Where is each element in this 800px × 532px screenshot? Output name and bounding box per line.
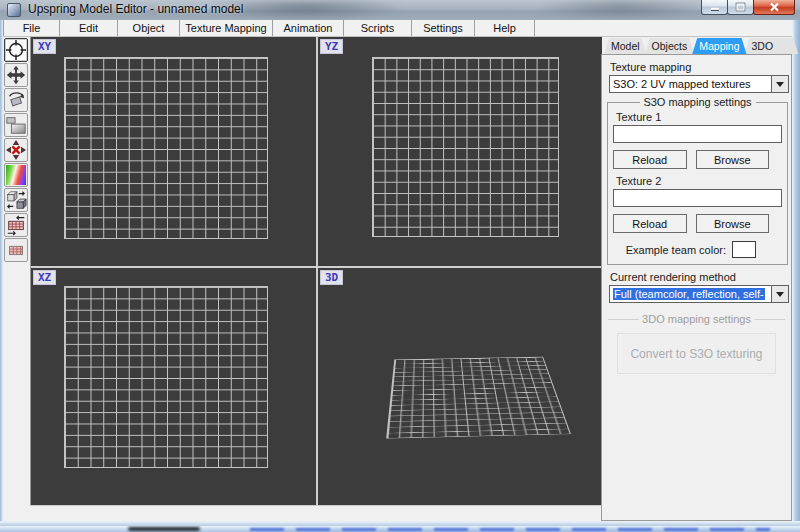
viewport-area: XY YZ XZ 3D xyxy=(30,37,601,505)
swap-texture-icon xyxy=(5,214,27,236)
rgb-gradient-icon xyxy=(6,165,26,185)
texture2-browse-button[interactable]: Browse xyxy=(696,214,770,233)
panel-tabs: Model Objects Mapping 3DO Textures xyxy=(601,37,792,54)
menu-animation[interactable]: Animation xyxy=(273,20,344,36)
status-strip xyxy=(30,505,601,521)
rendering-method-value: Full (teamcolor, reflection, self- xyxy=(610,286,771,302)
maximize-button[interactable] xyxy=(727,0,754,15)
threedo-settings-group: 3DO mapping settings Convert to S3O text… xyxy=(608,319,785,374)
tab-mapping[interactable]: Mapping xyxy=(692,38,746,54)
viewport-yz[interactable]: YZ xyxy=(318,37,602,266)
client-area: File Edit Object Texture Mapping Animati… xyxy=(3,20,792,521)
menu-help[interactable]: Help xyxy=(475,20,535,36)
menu-texture-mapping[interactable]: Texture Mapping xyxy=(180,20,273,36)
glass-smudge xyxy=(540,0,700,20)
viewport-xz[interactable]: XZ xyxy=(31,268,316,505)
tab-objects[interactable]: Objects xyxy=(645,38,695,54)
pink-texture-icon xyxy=(5,239,27,261)
app-icon xyxy=(7,3,21,17)
threedo-group-title: 3DO mapping settings xyxy=(638,313,755,325)
select-tool-button[interactable] xyxy=(4,38,28,62)
viewport-label-yz: YZ xyxy=(320,39,343,54)
viewport-label-3d: 3D xyxy=(320,270,343,285)
app-window: Upspring Model Editor - unnamed model Fi… xyxy=(0,0,800,532)
team-color-swatch[interactable] xyxy=(732,241,756,258)
tab-model[interactable]: Model xyxy=(604,38,647,54)
s3o-group-title: S3O mapping settings xyxy=(639,96,755,108)
texture-mapping-value: S3O: 2 UV mapped textures xyxy=(610,76,771,92)
texture2-input[interactable] xyxy=(613,189,782,207)
minimize-icon xyxy=(710,2,720,12)
viewport-label-xz: XZ xyxy=(33,270,56,285)
dropdown-arrow-icon[interactable] xyxy=(771,76,788,92)
maximize-icon xyxy=(735,2,746,12)
menu-file[interactable]: File xyxy=(3,20,60,36)
window-title: Upspring Model Editor - unnamed model xyxy=(28,2,243,16)
viewport-xy[interactable]: XY xyxy=(31,37,316,266)
texture-frames-icon xyxy=(5,114,27,136)
crosshair-scope-icon xyxy=(5,39,27,61)
swap-cubes-icon xyxy=(5,189,27,211)
texture1-reload-button[interactable]: Reload xyxy=(613,150,687,169)
swap-texture-tool-button[interactable] xyxy=(4,213,28,237)
s3o-settings-group: S3O mapping settings Texture 1 Reload Br… xyxy=(607,102,788,265)
taskbar-blur-content xyxy=(128,527,200,531)
move-arrows-icon xyxy=(5,64,27,86)
texture1-browse-button[interactable]: Browse xyxy=(696,150,770,169)
texture1-input[interactable] xyxy=(613,125,782,143)
move-arrows-x-icon xyxy=(5,139,27,161)
texture-view-tool-button[interactable] xyxy=(4,113,28,137)
texture2-label: Texture 2 xyxy=(616,175,780,187)
rendering-method-select[interactable]: Full (teamcolor, reflection, self- xyxy=(609,285,789,303)
tab-3do-textures[interactable]: 3DO Textures xyxy=(745,38,799,54)
window-border xyxy=(792,20,800,526)
texture-mapping-label: Texture mapping xyxy=(610,61,789,73)
titlebar[interactable]: Upspring Model Editor - unnamed model xyxy=(0,0,800,20)
caption-buttons xyxy=(702,0,795,15)
viewport-grid-xz[interactable] xyxy=(64,286,268,468)
toolbar xyxy=(3,37,30,521)
mapping-tab-panel: Texture mapping S3O: 2 UV mapped texture… xyxy=(601,54,792,521)
taskbar[interactable] xyxy=(0,526,800,532)
viewport-grid-yz[interactable] xyxy=(372,57,559,237)
color-tool-button[interactable] xyxy=(4,163,28,187)
viewport-label-xy: XY xyxy=(33,39,56,54)
origin-move-tool-button[interactable] xyxy=(4,138,28,162)
menu-scripts[interactable]: Scripts xyxy=(344,20,412,36)
rotate-tool-button[interactable] xyxy=(4,88,28,112)
texture2-reload-button[interactable]: Reload xyxy=(613,214,687,233)
texture-mapping-select[interactable]: S3O: 2 UV mapped textures xyxy=(609,75,789,93)
minimize-button[interactable] xyxy=(701,0,728,15)
viewport-grid-3d[interactable] xyxy=(386,357,571,439)
taskbar-blur-content xyxy=(250,528,770,531)
dropdown-arrow-icon[interactable] xyxy=(771,286,788,302)
menu-settings[interactable]: Settings xyxy=(412,20,475,36)
copy-object-tool-button[interactable] xyxy=(4,188,28,212)
viewport-3d[interactable]: 3D xyxy=(318,268,602,505)
menu-edit[interactable]: Edit xyxy=(60,20,118,36)
right-panel: Model Objects Mapping 3DO Textures Textu… xyxy=(601,37,792,521)
texture1-label: Texture 1 xyxy=(616,111,780,123)
close-button[interactable] xyxy=(753,0,795,15)
convert-s3o-button: Convert to S3O texturing xyxy=(617,333,776,374)
move-tool-button[interactable] xyxy=(4,63,28,87)
menubar: File Edit Object Texture Mapping Animati… xyxy=(3,20,792,37)
rotate-box-icon xyxy=(5,89,27,111)
texture-tool-button[interactable] xyxy=(4,238,28,262)
rendering-method-label: Current rendering method xyxy=(610,271,789,283)
menu-object[interactable]: Object xyxy=(118,20,180,36)
team-color-label: Example team color: xyxy=(626,244,726,256)
close-icon xyxy=(769,2,780,12)
viewport-grid-xy[interactable] xyxy=(64,57,268,239)
